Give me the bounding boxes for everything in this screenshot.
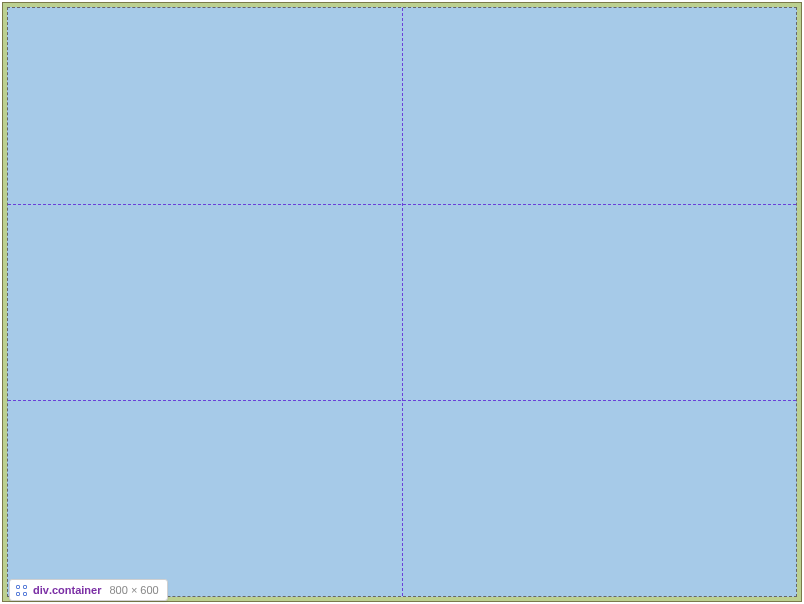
devtools-element-tooltip: div.container 800 × 600 <box>9 579 168 601</box>
grid-icon <box>16 585 27 596</box>
element-dimensions: 800 × 600 <box>107 583 158 597</box>
grid-container-frame: div.container 800 × 600 <box>2 2 802 602</box>
grid-column-line <box>402 8 403 596</box>
grid-row-line-1 <box>8 204 796 205</box>
element-tag: div <box>33 583 49 597</box>
grid-overlay <box>8 8 796 596</box>
element-selector: div.container <box>33 583 101 597</box>
container <box>7 7 797 597</box>
grid-row-line-2 <box>8 400 796 401</box>
element-class: container <box>52 583 102 597</box>
